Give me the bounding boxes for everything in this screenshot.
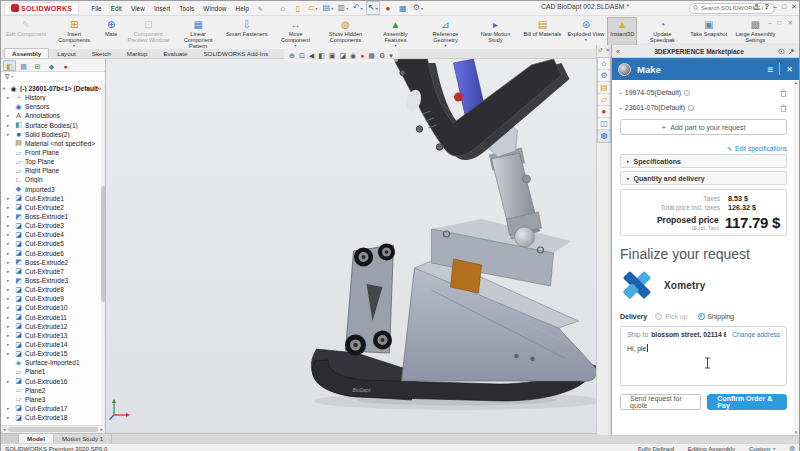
taskpane-top-icon-close[interactable]: ✕	[606, 47, 611, 53]
tree-filter[interactable]: ∇ ▾	[1, 72, 105, 82]
tree-item[interactable]: ◩ Boss-Extrude1	[3, 212, 105, 221]
quick-icon-options[interactable]: ⚙	[411, 2, 425, 14]
accordion-section[interactable]: ▸ Quantity and delivery	[620, 171, 787, 185]
ribbon-tab[interactable]: Evaluate	[155, 48, 195, 58]
tree-item[interactable]: ◧ Surface Bodies(1)	[3, 121, 105, 130]
quick-icon-open[interactable]: ▱	[306, 2, 320, 14]
taskpane-icon-marketplace[interactable]: ◍	[598, 130, 610, 142]
doc-window-control[interactable]: ✕	[788, 19, 793, 27]
tree-item[interactable]: ▱ Top Plane	[3, 157, 105, 166]
quick-icon-new[interactable]: ▯	[291, 3, 305, 14]
add-part-button[interactable]: + Add part to your request	[620, 119, 787, 135]
manager-tab-propertymanager[interactable]: ▤	[17, 60, 30, 71]
headsup-icon-zoom-to-fit[interactable]: ⊕	[289, 49, 295, 62]
headsup-icon-edit-appearance[interactable]: ●	[360, 49, 364, 62]
hamburger-menu-icon[interactable]: ≡	[767, 64, 773, 75]
menu-item[interactable]: Tools	[175, 3, 198, 14]
ribbon-button-assembly-features[interactable]: ▲ Assembly Features	[370, 17, 420, 49]
ribbon-button-move-component[interactable]: ↔ Move Component	[270, 17, 320, 49]
quick-icon-select[interactable]: ↖	[366, 1, 380, 15]
message-input[interactable]: Hi, ple	[627, 344, 780, 352]
tree-item[interactable]: ◪ Cut-Extrude8	[3, 285, 105, 294]
manager-tab-displaymanager[interactable]: ●	[59, 60, 72, 71]
ribbon-button-mate[interactable]: ⊕ Mate	[99, 17, 123, 49]
taskpane-icon-home[interactable]: ⌂	[598, 58, 610, 70]
menu-item[interactable]: File	[87, 3, 105, 14]
ribbon-tab[interactable]: Assembly	[4, 48, 49, 58]
help-icon[interactable]: ?	[764, 2, 769, 11]
info-icon[interactable]: i	[688, 105, 694, 111]
tree-vertical-scrollbar[interactable]	[101, 83, 105, 425]
headsup-icon-zoom-to-area[interactable]: ⊡	[299, 49, 305, 62]
tree-item[interactable]: ◆ Imported3	[3, 185, 105, 194]
ribbon-button-new-motion-study[interactable]: ▸ New Motion Study	[470, 17, 520, 49]
tree-item[interactable]: ◪ Cut-Extrude15	[3, 349, 105, 358]
doc-window-control[interactable]: □	[778, 19, 782, 27]
ribbon-tab[interactable]: Markup	[119, 48, 156, 58]
tree-item[interactable]: ◉ Sensors	[3, 102, 105, 111]
ribbon-tab[interactable]: SOLIDWORKS Add-Ins	[195, 48, 276, 58]
info-icon[interactable]: i	[684, 90, 690, 96]
ribbon-tab[interactable]: Sketch	[84, 48, 119, 58]
tree-item[interactable]: ▱ Front Plane	[3, 148, 105, 157]
taskpane-icon-resources[interactable]: ⚙	[598, 70, 610, 82]
close-make-icon[interactable]: ✕	[786, 65, 793, 74]
delivery-option[interactable]: Shipping	[698, 313, 734, 320]
trash-icon[interactable]	[780, 104, 787, 112]
quick-icon-rebuild[interactable]: ●	[381, 3, 395, 14]
doc-window-control[interactable]: –	[768, 19, 772, 27]
menu-item[interactable]: Insert	[150, 3, 174, 14]
document-tab[interactable]: Model	[19, 434, 54, 443]
ribbon-button-linear-pattern[interactable]: ▦ Linear Component Pattern	[173, 17, 223, 49]
quick-icon-save[interactable]: ▤	[321, 2, 335, 14]
tab-scroll-corner[interactable]	[1, 434, 19, 443]
tree-item[interactable]: ◪ Cut-Extrude16	[3, 377, 105, 386]
tree-horizontal-scrollbar[interactable]: ◄ ►	[1, 425, 105, 433]
pin-icon[interactable]	[788, 48, 795, 55]
headsup-icon-previous-view[interactable]: ◀	[309, 49, 314, 62]
menu-item[interactable]: Window	[199, 3, 230, 14]
window-control-minimize[interactable]: –	[773, 3, 777, 11]
shipping-message-box[interactable]: Ship to blossom street, 02114 Bost Chang…	[620, 326, 787, 386]
manager-tab-dimxpert[interactable]: ◆	[45, 60, 58, 71]
tree-item[interactable]: ▱ Plane2	[3, 386, 105, 395]
tree-item[interactable]: ◪ Cut-Extrude5	[3, 239, 105, 248]
scroll-left-icon[interactable]: ◄	[2, 427, 6, 432]
ribbon-button-reference-geometry[interactable]: ⊿ Reference Geometry	[420, 17, 470, 49]
tree-item[interactable]: ◪ Cut-Extrude18	[3, 413, 105, 422]
ribbon-button-smart-fasteners[interactable]: ⇩ Smart Fasteners	[223, 17, 270, 49]
request-part-row-23601-07b(Default)[interactable]: ▪ 23601-07b(Default) i	[620, 100, 787, 115]
tree-item[interactable]: A Annotations	[3, 111, 105, 120]
manager-tab-featuremanager[interactable]: ◧	[3, 60, 16, 71]
panel-scrollbar[interactable]: ▲ ▼	[793, 80, 799, 435]
taskpane-icon-file-explorer[interactable]: ▱	[598, 94, 610, 106]
tree-item[interactable]: ◪ Cut-Extrude11	[3, 313, 105, 322]
headsup-icon-display-style[interactable]: ◪	[339, 49, 346, 62]
menu-item[interactable]: Edit	[107, 3, 126, 14]
manager-tab-configurationmanager[interactable]: ⊞	[31, 60, 44, 71]
scroll-thumb[interactable]	[8, 427, 97, 432]
tree-item[interactable]: ◩ Boss-Extrude3	[3, 276, 105, 285]
taskpane-icon-design-library[interactable]: ▤	[598, 82, 610, 94]
quick-icon-undo[interactable]: ↶	[351, 2, 365, 14]
scroll-right-icon[interactable]: ►	[100, 427, 104, 432]
tree-item[interactable]: ◪ Cut-Extrude17	[3, 404, 105, 413]
headsup-icon-apply-scene[interactable]: ▦	[368, 49, 375, 62]
tree-item[interactable]: ▱ Right Plane	[3, 166, 105, 175]
taskpane-icon-appearances[interactable]: ●	[598, 106, 610, 118]
action-button-send-quote[interactable]: Send request for quote	[620, 394, 701, 410]
scroll-down-icon[interactable]: ▼	[794, 430, 798, 435]
tree-item[interactable]: ◪ Cut-Extrude14	[3, 340, 105, 349]
ribbon-button-show-hidden[interactable]: ◍ Show Hidden Components	[320, 17, 370, 49]
pin-menu-icon[interactable]: ✎	[258, 5, 263, 12]
tree-item[interactable]: ◪ Cut-Extrude2	[3, 203, 105, 212]
tree-item[interactable]: ◪ Cut-Extrude9	[3, 294, 105, 303]
action-button-confirm-pay[interactable]: Confirm Order & Pay	[707, 394, 787, 410]
ribbon-button-insert-components[interactable]: ⊞ Insert Components	[49, 17, 99, 49]
unit-system-selector[interactable]: Custom ▾	[749, 445, 775, 451]
tree-item[interactable]: ◪ Cut-Extrude12	[3, 322, 105, 331]
window-control-restore[interactable]: □	[782, 3, 786, 11]
ribbon-tab[interactable]: Layout	[49, 48, 84, 58]
headsup-icon-hide-show-items[interactable]: ◉	[350, 49, 356, 62]
ribbon-button-component-preview[interactable]: ⊡ Component Preview Window	[123, 17, 173, 49]
